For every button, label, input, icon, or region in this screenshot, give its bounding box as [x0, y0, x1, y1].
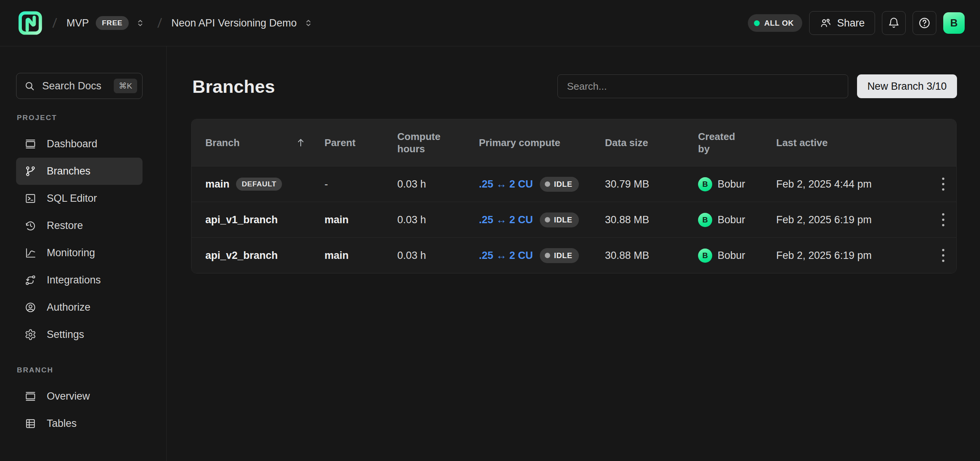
dashboard-icon	[24, 138, 36, 150]
primary-compute-link[interactable]: .25 ↔ 2 CU	[479, 214, 533, 226]
sidebar-item-tables[interactable]: Tables	[16, 410, 143, 437]
notifications-button[interactable]	[882, 11, 906, 35]
sidebar-item-overview[interactable]: Overview	[16, 383, 143, 410]
data-size-cell: 30.79 MB	[605, 178, 698, 190]
last-active-cell: Feb 2, 2025 6:19 pm	[776, 214, 935, 226]
branch-name[interactable]: api_v1_branch	[205, 214, 278, 226]
column-header-compute-hours[interactable]: Compute hours	[397, 130, 479, 155]
org-selector-chevrons-icon[interactable]	[133, 15, 148, 31]
parent-cell: -	[324, 178, 397, 190]
table-header-row: Branch Parent Compute hours Primary comp…	[192, 119, 956, 166]
row-menu-button[interactable]	[935, 244, 952, 267]
creator-name: Bobur	[718, 178, 745, 190]
column-header-last-active[interactable]: Last active	[776, 137, 935, 149]
sidebar-item-label: Dashboard	[47, 138, 97, 150]
search-docs-label: Search Docs	[42, 80, 102, 92]
status-dot-icon	[754, 20, 760, 26]
creator-avatar: B	[698, 249, 712, 263]
plan-badge: FREE	[96, 16, 129, 30]
neon-console: / MVP FREE / Neon API Versioning Demo AL…	[0, 0, 980, 461]
idle-dot-icon	[545, 253, 550, 258]
user-avatar[interactable]: B	[943, 12, 965, 34]
sidebar-item-sql-editor[interactable]: SQL Editor	[16, 185, 143, 212]
created-by-cell: B Bobur	[698, 249, 776, 263]
top-bar: / MVP FREE / Neon API Versioning Demo AL…	[0, 0, 980, 46]
sidebar-item-label: Overview	[47, 390, 90, 402]
compute-status-badge: IDLE	[540, 248, 579, 263]
compute-hours-cell: 0.03 h	[397, 250, 479, 262]
table-row[interactable]: api_v1_branch main 0.03 h .25 ↔ 2 CU IDL…	[192, 202, 956, 237]
tables-icon	[24, 418, 36, 430]
branch-name[interactable]: main	[205, 178, 229, 190]
authorize-icon	[24, 301, 36, 314]
search-docs-button[interactable]: Search Docs ⌘K	[16, 73, 143, 99]
parent-cell: main	[324, 250, 397, 262]
project-selector-chevrons-icon[interactable]	[301, 15, 316, 31]
breadcrumb-separator: /	[157, 16, 162, 31]
column-header-created-by[interactable]: Created by	[698, 130, 776, 155]
primary-compute-link[interactable]: .25 ↔ 2 CU	[479, 178, 533, 190]
column-header-primary-compute[interactable]: Primary compute	[479, 137, 605, 149]
compute-hours-cell: 0.03 h	[397, 178, 479, 190]
sidebar-item-settings[interactable]: Settings	[16, 321, 143, 348]
creator-name: Bobur	[718, 214, 745, 226]
creator-avatar: B	[698, 177, 712, 191]
branch-search-input[interactable]	[557, 74, 848, 98]
column-header-branch[interactable]: Branch	[192, 137, 324, 149]
help-button[interactable]	[913, 11, 936, 35]
sql-editor-icon	[24, 193, 36, 205]
settings-icon	[24, 329, 36, 341]
sidebar-item-branches[interactable]: Branches	[16, 158, 143, 185]
created-by-cell: B Bobur	[698, 177, 776, 191]
idle-dot-icon	[545, 217, 550, 222]
keyboard-shortcut-badge: ⌘K	[114, 79, 137, 93]
page-title: Branches	[192, 76, 275, 97]
table-row[interactable]: main DEFAULT - 0.03 h .25 ↔ 2 CU IDLE 30…	[192, 166, 956, 202]
status-badge[interactable]: ALL OK	[748, 14, 802, 32]
creator-name: Bobur	[718, 250, 745, 262]
sidebar-item-label: Branches	[47, 165, 90, 177]
sidebar-item-dashboard[interactable]: Dashboard	[16, 130, 143, 158]
sort-ascending-icon[interactable]	[295, 137, 306, 148]
people-icon	[819, 17, 832, 29]
column-header-data-size[interactable]: Data size	[605, 137, 698, 149]
sidebar-item-restore[interactable]: Restore	[16, 212, 143, 239]
breadcrumb-org[interactable]: MVP	[66, 17, 89, 29]
section-label-project: PROJECT	[17, 114, 158, 122]
share-label: Share	[837, 17, 865, 29]
data-size-cell: 30.88 MB	[605, 214, 698, 226]
parent-cell: main	[324, 214, 397, 226]
share-button[interactable]: Share	[809, 11, 875, 35]
default-badge: DEFAULT	[236, 178, 282, 191]
compute-status-badge: IDLE	[540, 212, 579, 227]
sidebar-item-label: Restore	[47, 220, 83, 232]
row-menu-button[interactable]	[935, 173, 952, 196]
sidebar-item-monitoring[interactable]: Monitoring	[16, 239, 143, 267]
new-branch-button[interactable]: New Branch 3/10	[857, 74, 957, 98]
compute-status-badge: IDLE	[540, 177, 579, 192]
row-menu-button[interactable]	[935, 208, 952, 231]
sidebar-item-label: Integrations	[47, 274, 101, 286]
column-header-parent[interactable]: Parent	[324, 137, 397, 149]
restore-icon	[24, 220, 36, 232]
sidebar-item-authorize[interactable]: Authorize	[16, 294, 143, 321]
table-row[interactable]: api_v2_branch main 0.03 h .25 ↔ 2 CU IDL…	[192, 237, 956, 273]
monitoring-icon	[24, 247, 36, 259]
avatar-initial: B	[950, 17, 958, 29]
sidebar-item-label: SQL Editor	[47, 193, 97, 204]
top-bar-actions: ALL OK Share	[748, 11, 965, 35]
last-active-cell: Feb 2, 2025 6:19 pm	[776, 250, 935, 262]
primary-compute-link[interactable]: .25 ↔ 2 CU	[479, 250, 533, 262]
neon-logo[interactable]	[18, 10, 43, 36]
sidebar-item-label: Authorize	[47, 301, 90, 313]
breadcrumb-separator: /	[52, 16, 57, 31]
created-by-cell: B Bobur	[698, 213, 776, 227]
section-label-branch: BRANCH	[17, 366, 158, 374]
breadcrumb-project[interactable]: Neon API Versioning Demo	[171, 17, 297, 29]
sidebar-item-label: Monitoring	[47, 247, 95, 259]
last-active-cell: Feb 2, 2025 4:44 pm	[776, 178, 935, 190]
branch-name[interactable]: api_v2_branch	[205, 250, 278, 262]
compute-hours-cell: 0.03 h	[397, 214, 479, 226]
sidebar: Search Docs ⌘K PROJECT Dashboard Branche…	[0, 46, 167, 461]
sidebar-item-integrations[interactable]: Integrations	[16, 267, 143, 294]
